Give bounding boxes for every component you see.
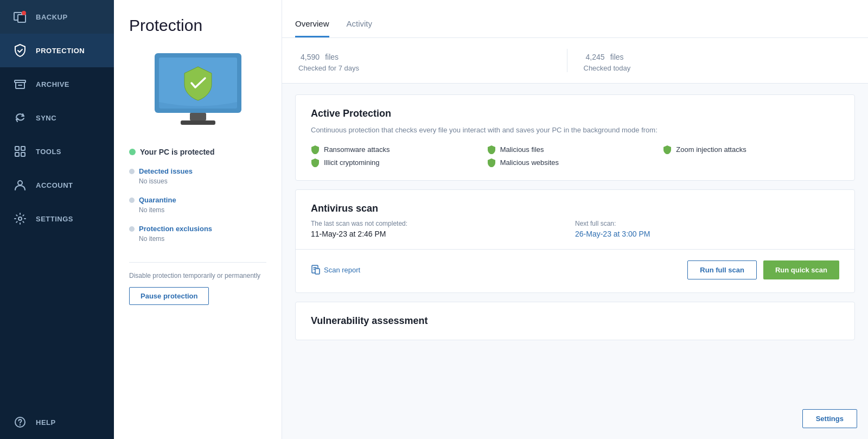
stat-today-number: 4,245 files bbox=[584, 49, 852, 63]
content-area: Active Protection Continuous protection … bbox=[282, 84, 868, 439]
stat-7days-number: 4,590 files bbox=[298, 49, 567, 63]
detected-issues-row: Detected issues No issues bbox=[129, 167, 266, 194]
shield-icon bbox=[13, 43, 27, 58]
last-scan-label: The last scan was not completed: bbox=[311, 220, 575, 227]
protection-exclusions-row: Protection exclusions No items bbox=[129, 225, 266, 251]
sidebar-item-sync-label: SYNC bbox=[36, 114, 101, 122]
stat-files-today: 4,245 files Checked today bbox=[567, 49, 852, 72]
stat-7days-label: Checked for 7 days bbox=[298, 64, 567, 72]
tabs-bar: Overview Activity bbox=[282, 0, 868, 38]
svg-rect-16 bbox=[190, 113, 206, 120]
svg-rect-19 bbox=[315, 269, 320, 274]
svg-point-10 bbox=[18, 181, 22, 185]
monitor-svg bbox=[144, 48, 252, 135]
scan-actions: Scan report Run full scan Run quick scan bbox=[311, 260, 839, 279]
sidebar-item-help-label: HELP bbox=[36, 418, 101, 427]
sidebar-item-backup-label: BACKUP bbox=[36, 13, 101, 21]
sidebar-item-settings-label: SETTINGS bbox=[36, 215, 101, 223]
scan-report-icon bbox=[311, 265, 321, 275]
status-text: Your PC is protected bbox=[140, 148, 214, 156]
antivirus-scan-title: Antivirus scan bbox=[311, 203, 839, 214]
sidebar-item-backup[interactable]: BACKUP bbox=[0, 0, 114, 34]
vulnerability-card: Vulnerability assessment bbox=[295, 302, 855, 340]
tools-icon bbox=[13, 144, 27, 158]
tab-activity[interactable]: Activity bbox=[347, 19, 373, 37]
sync-icon bbox=[13, 111, 27, 125]
quarantine-dot bbox=[129, 198, 135, 203]
protection-features: Ransomware attacks Malicious files Zoom … bbox=[311, 145, 839, 167]
sidebar-item-archive[interactable]: ARCHIVE bbox=[0, 67, 114, 101]
svg-rect-6 bbox=[15, 147, 19, 150]
scan-buttons: Run full scan Run quick scan bbox=[687, 260, 839, 279]
quarantine-link[interactable]: Quarantine bbox=[139, 196, 176, 204]
status-row: Your PC is protected bbox=[129, 148, 266, 156]
feature-zoom-injection: Zoom injection attacks bbox=[663, 145, 839, 154]
mid-panel: Protection Your PC is protected bbox=[114, 0, 282, 439]
run-full-scan-button[interactable]: Run full scan bbox=[687, 260, 757, 279]
quarantine-sub: No items bbox=[139, 206, 176, 214]
sidebar-item-settings[interactable]: SETTINGS bbox=[0, 202, 114, 236]
shield-ransomware-icon bbox=[311, 145, 320, 154]
detected-issues-sub: No issues bbox=[139, 177, 193, 185]
sidebar-item-account[interactable]: ACCOUNT bbox=[0, 168, 114, 202]
last-scan-col: The last scan was not completed: 11-May-… bbox=[311, 220, 575, 238]
quarantine-row: Quarantine No items bbox=[129, 196, 266, 222]
scan-info: The last scan was not completed: 11-May-… bbox=[311, 220, 839, 238]
shield-websites-icon bbox=[487, 158, 496, 167]
feature-cryptomining: Illicit cryptomining bbox=[311, 158, 487, 167]
account-icon bbox=[13, 178, 27, 192]
svg-point-11 bbox=[18, 217, 22, 220]
settings-icon bbox=[13, 212, 27, 226]
feature-malicious-websites: Malicious websites bbox=[487, 158, 663, 167]
shield-zoom-icon bbox=[663, 145, 672, 154]
feature-malicious-files: Malicious files bbox=[487, 145, 663, 154]
disable-text: Disable protection temporarily or perman… bbox=[129, 271, 266, 281]
sidebar-item-sync[interactable]: SYNC bbox=[0, 101, 114, 135]
stats-row: 4,590 files Checked for 7 days 4,245 fil… bbox=[282, 38, 868, 84]
sidebar-item-tools[interactable]: TOOLS bbox=[0, 135, 114, 168]
next-scan-label: Next full scan: bbox=[575, 220, 839, 227]
sidebar: BACKUP PROTECTION ARCHIVE bbox=[0, 0, 114, 439]
protection-exclusions-link[interactable]: Protection exclusions bbox=[139, 225, 212, 233]
sidebar-item-archive-label: ARCHIVE bbox=[36, 80, 101, 88]
active-protection-desc: Continuous protection that checks every … bbox=[311, 125, 839, 136]
vulnerability-title: Vulnerability assessment bbox=[311, 315, 839, 327]
antivirus-scan-card: Antivirus scan The last scan was not com… bbox=[295, 189, 855, 293]
settings-button[interactable]: Settings bbox=[802, 409, 857, 428]
monitor-illustration bbox=[129, 48, 266, 137]
archive-icon bbox=[13, 77, 27, 91]
sidebar-item-account-label: ACCOUNT bbox=[36, 181, 101, 189]
detected-issues-dot bbox=[129, 169, 135, 174]
svg-rect-9 bbox=[21, 152, 25, 156]
active-protection-card: Active Protection Continuous protection … bbox=[295, 94, 855, 181]
backup-icon bbox=[13, 10, 27, 24]
shield-malicious-icon bbox=[487, 145, 496, 154]
stat-files-7days: 4,590 files Checked for 7 days bbox=[298, 49, 567, 72]
scan-divider bbox=[296, 249, 854, 250]
settings-btn-wrap: Settings bbox=[802, 409, 857, 428]
svg-rect-7 bbox=[21, 147, 25, 150]
svg-rect-8 bbox=[15, 152, 19, 156]
help-icon bbox=[13, 415, 27, 429]
sidebar-item-help[interactable]: HELP bbox=[0, 405, 114, 439]
sidebar-item-tools-label: TOOLS bbox=[36, 148, 101, 156]
status-dot bbox=[129, 149, 136, 155]
stat-today-label: Checked today bbox=[584, 64, 852, 72]
protection-exclusions-sub: No items bbox=[139, 235, 212, 243]
detected-issues-link[interactable]: Detected issues bbox=[139, 167, 193, 175]
svg-rect-17 bbox=[181, 120, 215, 125]
scan-report-link[interactable]: Scan report bbox=[311, 265, 360, 275]
feature-ransomware: Ransomware attacks bbox=[311, 145, 487, 154]
next-scan-col: Next full scan: 26-May-23 at 3:00 PM bbox=[575, 220, 839, 238]
svg-rect-1 bbox=[18, 15, 25, 22]
run-quick-scan-button[interactable]: Run quick scan bbox=[763, 260, 839, 279]
last-scan-value: 11-May-23 at 2:46 PM bbox=[311, 230, 575, 238]
tab-overview[interactable]: Overview bbox=[295, 19, 329, 37]
pause-protection-button[interactable]: Pause protection bbox=[129, 287, 209, 305]
next-scan-value: 26-May-23 at 3:00 PM bbox=[575, 230, 839, 238]
protection-exclusions-dot bbox=[129, 226, 135, 232]
sidebar-item-protection[interactable]: PROTECTION bbox=[0, 34, 114, 67]
page-title: Protection bbox=[129, 16, 266, 35]
mid-divider bbox=[129, 262, 266, 263]
sidebar-item-protection-label: PROTECTION bbox=[36, 47, 101, 55]
